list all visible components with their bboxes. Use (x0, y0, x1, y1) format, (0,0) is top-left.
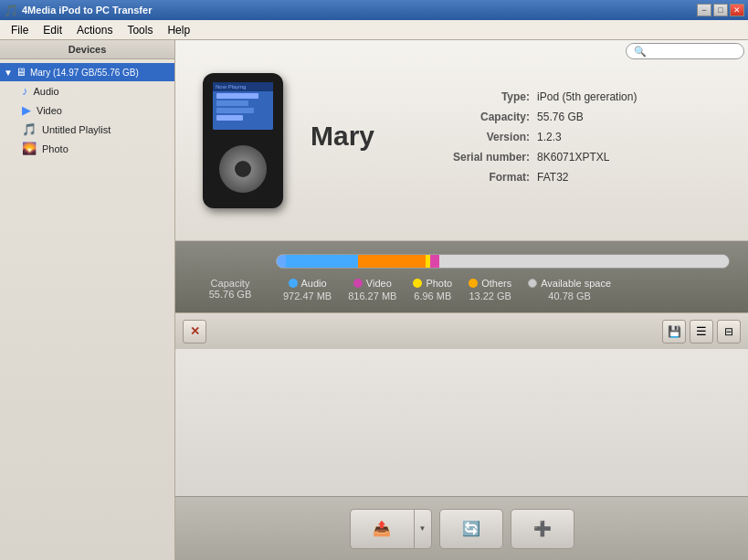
app-title: 4Media iPod to PC Transfer (22, 5, 152, 16)
device-name-area: Mary (311, 121, 374, 161)
ipod-image: Now Playing (203, 73, 283, 208)
menu-edit[interactable]: Edit (36, 22, 69, 38)
spec-version-value: 1.2.3 (537, 131, 562, 143)
titlebar: 🎵 4Media iPod to PC Transfer − □ ✕ (0, 0, 748, 20)
ipod-wheel-center (235, 161, 251, 177)
legend-video-size: 816.27 MB (348, 291, 396, 301)
app-window: 🎵 4Media iPod to PC Transfer − □ ✕ File … (0, 0, 748, 560)
storage-bar (276, 254, 730, 269)
transfer-button[interactable]: 🔄 (439, 509, 503, 549)
toolbar-left: ✕ (183, 320, 206, 343)
storage-section: Capacity 55.76 GB Audio 972.47 MB V (175, 241, 748, 312)
ipod-screen: Now Playing (213, 82, 273, 130)
body-area: Devices ▼ 🖥 Mary (14.97 GB/55.76 GB) ♪ A… (0, 40, 748, 560)
menu-help[interactable]: Help (160, 22, 197, 38)
search-bar (626, 43, 744, 59)
legend-dot-video (353, 279, 363, 288)
spec-serial-label: Serial number: (429, 151, 530, 164)
legend-others-name: Others (481, 278, 511, 289)
spec-format-label: Format: (429, 171, 530, 184)
photo-label: Photo (42, 143, 68, 154)
add-button[interactable]: ➕ (511, 509, 574, 549)
menu-tools[interactable]: Tools (120, 22, 160, 38)
playlist-icon: 🎵 (22, 122, 37, 136)
bar-others (430, 255, 439, 268)
device-label: Mary (14.97 GB/55.76 GB) (30, 68, 139, 78)
legend-video: Video 816.27 MB (348, 278, 396, 301)
legend-available-name: Available space (541, 278, 611, 289)
legend-photo: Photo 6.96 MB (413, 278, 452, 301)
content-toolbar: ✕ 💾 ☰ ⊟ (175, 312, 748, 349)
legend-dot-others (469, 279, 478, 288)
audio-icon: ♪ (22, 84, 28, 98)
content-area: Now Playing (175, 40, 748, 560)
legend-audio-name: Audio (301, 278, 327, 289)
legend-others: Others 13.22 GB (469, 278, 511, 301)
legend-available: Available space 40.78 GB (528, 278, 611, 301)
maximize-button[interactable]: □ (713, 4, 728, 16)
device-specs: Type: iPod (5th gereration) Capacity: 55… (429, 90, 637, 191)
sidebar-item-video[interactable]: ▶ Video (18, 100, 174, 120)
spec-type-label: Type: (429, 90, 530, 103)
close-button[interactable]: ✕ (730, 4, 744, 16)
storage-legend: Capacity 55.76 GB Audio 972.47 MB V (194, 278, 730, 301)
transfer-icon: 🔄 (462, 520, 480, 537)
ipod-wheel-area (219, 130, 267, 208)
grid-view-button[interactable]: ⊟ (717, 320, 741, 343)
device-name: Mary (311, 121, 374, 152)
photo-icon: 🌄 (22, 142, 37, 155)
device-arrow-icon: ▼ (4, 68, 13, 78)
menu-actions[interactable]: Actions (69, 22, 120, 38)
legend-photo-size: 6.96 MB (414, 291, 451, 301)
legend-audio: Audio 972.47 MB (283, 278, 332, 301)
menu-file[interactable]: File (4, 22, 36, 38)
minimize-button[interactable]: − (697, 4, 711, 16)
content-list-area (175, 349, 748, 496)
spec-version-label: Version: (429, 131, 530, 143)
sidebar-item-playlist[interactable]: 🎵 Untitled Playlist (18, 120, 174, 139)
device-computer-icon: 🖥 (16, 66, 26, 79)
legend-video-name: Video (366, 278, 392, 289)
spec-format: Format: FAT32 (429, 171, 637, 184)
legend-dot-audio (289, 279, 298, 288)
action-buttons-bar: 📤 ▼ 🔄 ➕ (175, 496, 748, 560)
device-children: ♪ Audio ▶ Video 🎵 Untitled Playlist 🌄 Ph… (18, 81, 174, 158)
storage-bar-wrapper (194, 254, 730, 269)
legend-dot-photo (413, 279, 422, 288)
legend-dot-available (528, 279, 537, 288)
spec-format-value: FAT32 (537, 171, 568, 184)
sidebar: Devices ▼ 🖥 Mary (14.97 GB/55.76 GB) ♪ A… (0, 40, 175, 560)
add-icon: ➕ (533, 520, 552, 537)
audio-label: Audio (34, 86, 59, 97)
spec-capacity: Capacity: 55.76 GB (429, 111, 637, 123)
dropdown-arrow-icon: ▼ (419, 524, 427, 533)
save-button[interactable]: 💾 (662, 320, 686, 343)
list-view-button[interactable]: ☰ (690, 320, 713, 343)
bar-video (358, 255, 426, 268)
capacity-value: 55.76 GB (209, 289, 251, 300)
playlist-label: Untitled Playlist (42, 124, 111, 135)
spec-capacity-label: Capacity: (429, 111, 530, 123)
search-input[interactable] (626, 43, 744, 59)
legend-others-size: 13.22 GB (469, 291, 511, 301)
legend-available-size: 40.78 GB (548, 291, 590, 301)
device-item[interactable]: ▼ 🖥 Mary (14.97 GB/55.76 GB) (0, 63, 174, 81)
sidebar-header-label: Devices (68, 44, 107, 55)
spec-version: Version: 1.2.3 (429, 131, 637, 143)
bar-audio (277, 255, 286, 268)
spec-serial: Serial number: 8K6071XPTXL (429, 151, 637, 164)
app-icon: 🎵 (4, 4, 18, 17)
bar-available (439, 255, 729, 268)
ipod-wheel (219, 145, 267, 193)
sidebar-item-audio[interactable]: ♪ Audio (18, 81, 174, 100)
spec-type: Type: iPod (5th gereration) (429, 90, 637, 103)
toolbar-right: 💾 ☰ ⊟ (662, 320, 741, 343)
titlebar-left: 🎵 4Media iPod to PC Transfer (4, 4, 152, 17)
spec-capacity-value: 55.76 GB (537, 111, 584, 123)
sidebar-item-photo[interactable]: 🌄 Photo (18, 139, 174, 158)
delete-button[interactable]: ✕ (183, 320, 206, 343)
transfer-dropdown-button[interactable]: ▼ (414, 509, 432, 549)
legend-photo-name: Photo (426, 278, 452, 289)
spec-serial-value: 8K6071XPTXL (537, 151, 609, 164)
transfer-to-pc-button[interactable]: 📤 (350, 509, 414, 549)
